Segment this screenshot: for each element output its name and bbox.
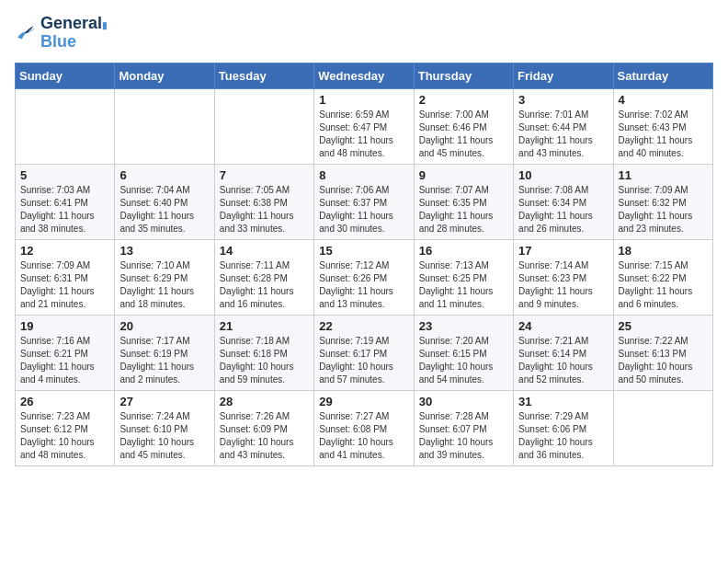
day-number: 6 (119, 168, 209, 182)
day-info: Sunrise: 7:03 AMSunset: 6:41 PMDaylight:… (20, 184, 109, 236)
day-number: 9 (419, 168, 508, 182)
day-number: 1 (319, 93, 408, 107)
day-info: Sunrise: 7:10 AMSunset: 6:29 PMDaylight:… (119, 259, 209, 311)
calendar-day-cell: 17Sunrise: 7:14 AMSunset: 6:23 PMDayligh… (514, 239, 613, 315)
calendar-day-cell: 15Sunrise: 7:12 AMSunset: 6:26 PMDayligh… (314, 239, 414, 315)
calendar-day-cell: 18Sunrise: 7:15 AMSunset: 6:22 PMDayligh… (613, 239, 712, 315)
day-number: 18 (619, 244, 708, 258)
day-info: Sunrise: 7:21 AMSunset: 6:14 PMDaylight:… (518, 335, 608, 386)
calendar-day-cell (613, 390, 712, 465)
calendar-day-cell: 7Sunrise: 7:05 AMSunset: 6:38 PMDaylight… (214, 164, 313, 239)
calendar-body: 1Sunrise: 6:59 AMSunset: 6:47 PMDaylight… (16, 88, 713, 465)
day-info: Sunrise: 7:26 AMSunset: 6:09 PMDaylight:… (220, 410, 309, 462)
day-info: Sunrise: 7:24 AMSunset: 6:10 PMDaylight:… (119, 410, 209, 462)
day-number: 2 (419, 93, 508, 107)
weekday-header-cell: Tuesday (214, 63, 313, 88)
weekday-header-cell: Friday (514, 63, 613, 88)
calendar-day-cell (214, 88, 313, 164)
day-number: 26 (20, 395, 109, 408)
calendar-day-cell: 5Sunrise: 7:03 AMSunset: 6:41 PMDaylight… (16, 164, 115, 239)
calendar-day-cell: 26Sunrise: 7:23 AMSunset: 6:12 PMDayligh… (16, 390, 115, 465)
calendar-day-cell: 4Sunrise: 7:02 AMSunset: 6:43 PMDaylight… (613, 88, 712, 164)
weekday-header-row: SundayMondayTuesdayWednesdayThursdayFrid… (16, 63, 713, 88)
day-number: 23 (419, 319, 508, 333)
calendar-day-cell: 16Sunrise: 7:13 AMSunset: 6:25 PMDayligh… (414, 239, 513, 315)
weekday-header-cell: Wednesday (314, 63, 414, 88)
day-info: Sunrise: 7:01 AMSunset: 6:44 PMDaylight:… (518, 109, 608, 160)
calendar-day-cell: 19Sunrise: 7:16 AMSunset: 6:21 PMDayligh… (16, 315, 115, 390)
calendar-day-cell: 8Sunrise: 7:06 AMSunset: 6:37 PMDaylight… (314, 164, 414, 239)
calendar-day-cell: 27Sunrise: 7:24 AMSunset: 6:10 PMDayligh… (115, 390, 214, 465)
day-info: Sunrise: 7:29 AMSunset: 6:06 PMDaylight:… (518, 410, 608, 462)
day-info: Sunrise: 7:23 AMSunset: 6:12 PMDaylight:… (20, 410, 109, 462)
day-number: 16 (419, 244, 508, 258)
day-info: Sunrise: 7:16 AMSunset: 6:21 PMDaylight:… (20, 335, 109, 386)
day-info: Sunrise: 7:14 AMSunset: 6:23 PMDaylight:… (518, 259, 608, 311)
calendar-week-row: 19Sunrise: 7:16 AMSunset: 6:21 PMDayligh… (16, 315, 713, 390)
calendar-day-cell: 11Sunrise: 7:09 AMSunset: 6:32 PMDayligh… (613, 164, 712, 239)
day-info: Sunrise: 7:27 AMSunset: 6:08 PMDaylight:… (319, 410, 408, 462)
calendar-day-cell: 9Sunrise: 7:07 AMSunset: 6:35 PMDaylight… (414, 164, 513, 239)
day-info: Sunrise: 7:06 AMSunset: 6:37 PMDaylight:… (319, 184, 408, 236)
calendar-day-cell: 31Sunrise: 7:29 AMSunset: 6:06 PMDayligh… (514, 390, 613, 465)
day-number: 10 (518, 168, 608, 182)
day-info: Sunrise: 7:17 AMSunset: 6:19 PMDaylight:… (119, 335, 209, 386)
day-number: 20 (119, 319, 209, 333)
day-info: Sunrise: 7:20 AMSunset: 6:15 PMDaylight:… (419, 335, 508, 386)
day-number: 19 (20, 319, 109, 333)
day-number: 14 (220, 244, 309, 258)
day-number: 30 (419, 395, 508, 408)
page-header: General▮Blue (15, 15, 713, 52)
day-number: 29 (319, 395, 408, 408)
day-number: 28 (220, 395, 309, 408)
day-info: Sunrise: 7:12 AMSunset: 6:26 PMDaylight:… (319, 259, 408, 311)
day-info: Sunrise: 7:19 AMSunset: 6:17 PMDaylight:… (319, 335, 408, 386)
calendar-day-cell: 14Sunrise: 7:11 AMSunset: 6:28 PMDayligh… (214, 239, 313, 315)
day-number: 24 (518, 319, 608, 333)
day-number: 11 (619, 168, 708, 182)
calendar-week-row: 5Sunrise: 7:03 AMSunset: 6:41 PMDaylight… (16, 164, 713, 239)
day-info: Sunrise: 7:08 AMSunset: 6:34 PMDaylight:… (518, 184, 608, 236)
weekday-header-cell: Thursday (414, 63, 513, 88)
weekday-header-cell: Sunday (16, 63, 115, 88)
day-info: Sunrise: 7:15 AMSunset: 6:22 PMDaylight:… (619, 259, 708, 311)
calendar-day-cell: 1Sunrise: 6:59 AMSunset: 6:47 PMDaylight… (314, 88, 414, 164)
calendar-table: SundayMondayTuesdayWednesdayThursdayFrid… (15, 63, 713, 466)
calendar-day-cell: 6Sunrise: 7:04 AMSunset: 6:40 PMDaylight… (115, 164, 214, 239)
day-number: 8 (319, 168, 408, 182)
day-number: 13 (119, 244, 209, 258)
day-number: 12 (20, 244, 109, 258)
day-number: 31 (518, 395, 608, 408)
calendar-day-cell: 20Sunrise: 7:17 AMSunset: 6:19 PMDayligh… (115, 315, 214, 390)
calendar-day-cell: 23Sunrise: 7:20 AMSunset: 6:15 PMDayligh… (414, 315, 513, 390)
calendar-day-cell: 21Sunrise: 7:18 AMSunset: 6:18 PMDayligh… (214, 315, 313, 390)
calendar-day-cell: 10Sunrise: 7:08 AMSunset: 6:34 PMDayligh… (514, 164, 613, 239)
day-number: 22 (319, 319, 408, 333)
calendar-day-cell: 28Sunrise: 7:26 AMSunset: 6:09 PMDayligh… (214, 390, 313, 465)
day-info: Sunrise: 7:22 AMSunset: 6:13 PMDaylight:… (619, 335, 708, 386)
day-info: Sunrise: 7:28 AMSunset: 6:07 PMDaylight:… (419, 410, 508, 462)
calendar-day-cell: 3Sunrise: 7:01 AMSunset: 6:44 PMDaylight… (514, 88, 613, 164)
day-number: 4 (619, 93, 708, 107)
logo: General▮Blue (15, 15, 108, 52)
day-number: 27 (119, 395, 209, 408)
calendar-day-cell (115, 88, 214, 164)
day-info: Sunrise: 7:18 AMSunset: 6:18 PMDaylight:… (220, 335, 309, 386)
day-number: 25 (619, 319, 708, 333)
day-number: 5 (20, 168, 109, 182)
logo-text: General▮Blue (40, 15, 108, 52)
day-info: Sunrise: 7:02 AMSunset: 6:43 PMDaylight:… (619, 109, 708, 160)
weekday-header-cell: Saturday (613, 63, 712, 88)
day-info: Sunrise: 7:04 AMSunset: 6:40 PMDaylight:… (119, 184, 209, 236)
day-number: 21 (220, 319, 309, 333)
day-number: 15 (319, 244, 408, 258)
day-number: 3 (518, 93, 608, 107)
calendar-week-row: 1Sunrise: 6:59 AMSunset: 6:47 PMDaylight… (16, 88, 713, 164)
calendar-day-cell: 30Sunrise: 7:28 AMSunset: 6:07 PMDayligh… (414, 390, 513, 465)
day-info: Sunrise: 7:09 AMSunset: 6:31 PMDaylight:… (20, 259, 109, 311)
weekday-header-cell: Monday (115, 63, 214, 88)
calendar-day-cell: 25Sunrise: 7:22 AMSunset: 6:13 PMDayligh… (613, 315, 712, 390)
calendar-day-cell: 2Sunrise: 7:00 AMSunset: 6:46 PMDaylight… (414, 88, 513, 164)
calendar-day-cell: 24Sunrise: 7:21 AMSunset: 6:14 PMDayligh… (514, 315, 613, 390)
day-info: Sunrise: 7:13 AMSunset: 6:25 PMDaylight:… (419, 259, 508, 311)
